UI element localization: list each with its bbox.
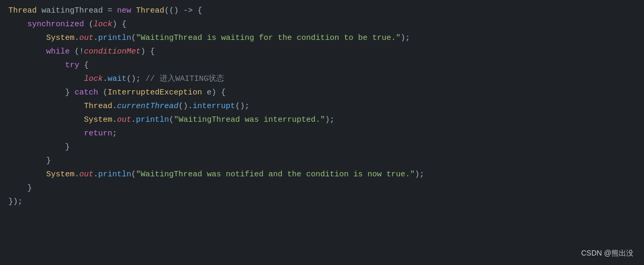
code-line-8: Thread . currentThread (). interrupt (); [0, 100, 644, 113]
code-line-6: lock . wait (); // 进入WAITING状态 [0, 72, 644, 86]
token-type: Thread [8, 5, 37, 17]
code-line-2: synchronized ( lock ) { [0, 18, 644, 31]
code-line-3: System . out . println ( "WaitingThread … [0, 31, 644, 45]
code-block: Thread waitingThread = new Thread (() ->… [0, 0, 644, 265]
code-line-11: } [0, 141, 644, 154]
code-line-14: } [0, 182, 644, 195]
code-line-9: System . out . println ( "WaitingThread … [0, 113, 644, 127]
code-line-7: } catch ( InterruptedException e) { [0, 86, 644, 100]
code-line-5: try { [0, 59, 644, 72]
code-line-10: return ; [0, 127, 644, 141]
code-line-4: while (! conditionMet ) { [0, 45, 644, 59]
watermark: CSDN @熊出没 [581, 247, 634, 259]
code-line-15: }); [0, 195, 644, 209]
code-line-12: } [0, 154, 644, 168]
code-line-1: Thread waitingThread = new Thread (() ->… [0, 4, 644, 18]
code-line-13: System . out . println ( "WaitingThread … [0, 168, 644, 182]
